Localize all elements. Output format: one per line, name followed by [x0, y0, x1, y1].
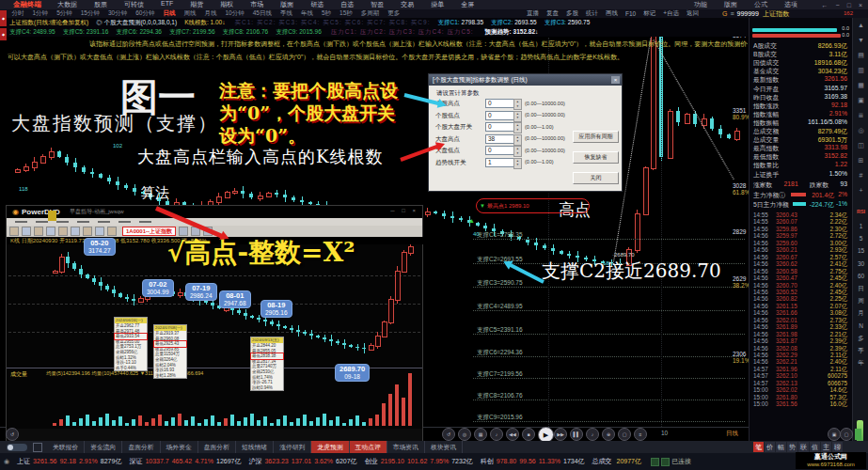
mini-tab-6[interactable]: 主	[821, 442, 831, 452]
strip-icon-0[interactable]: ▲	[853, 22, 868, 28]
toggle-switch[interactable]	[7, 444, 27, 451]
playback-pause-button[interactable]: ▌▌	[570, 428, 583, 441]
menu-item-3[interactable]: ETF	[161, 0, 173, 9]
mini-tab-3[interactable]: 势	[787, 442, 797, 452]
powerdvd-window-controls[interactable]: ─ □ ×	[390, 208, 418, 213]
bottom-tab-6[interactable]: 涨停研判	[274, 441, 311, 453]
strip-icon-2[interactable]: ▤	[853, 52, 868, 59]
quick-8[interactable]: 返回	[687, 9, 699, 18]
layout-icon[interactable]	[33, 443, 42, 452]
menu-item-4[interactable]: 期货	[190, 0, 203, 9]
period-3[interactable]: 15分钟	[81, 9, 100, 18]
indicator-name[interactable]: ◎ 个股大盘预测(0,0,0,38,0,1)	[96, 19, 177, 27]
toolbar-icon[interactable]	[71, 227, 80, 236]
stock-code-box[interactable]: G ≡ 999999 上证指数	[722, 9, 789, 18]
mini-tab-7[interactable]: 聊	[832, 442, 843, 452]
strip-period-10[interactable]: 季	[853, 347, 868, 355]
quick-7[interactable]: +自选	[663, 9, 679, 18]
playback-volume-button[interactable]: ♪	[586, 428, 599, 441]
menu-right-3[interactable]: 选项	[784, 0, 797, 9]
strip-period-1[interactable]: 5	[853, 235, 868, 242]
menu-right-0[interactable]: 功能	[694, 0, 707, 9]
playback-stop-button[interactable]: ■	[522, 428, 535, 441]
field-input-3[interactable]: 38	[485, 134, 515, 144]
quick-4[interactable]: 画线	[606, 9, 618, 18]
quick-3[interactable]: 统计	[586, 9, 598, 18]
bottom-tab-9[interactable]: 市场资讯	[387, 441, 425, 453]
period-7[interactable]: 周线	[183, 9, 196, 18]
bottom-tab-4[interactable]: 盘面分析	[198, 441, 236, 453]
bottom-tab-1[interactable]: 资金流向	[85, 441, 122, 453]
bottom-tab-7[interactable]: 龙虎预测	[311, 441, 349, 453]
spinner-1[interactable]: ▴ ▾	[513, 111, 522, 122]
strip-period-7[interactable]: 月	[853, 309, 868, 318]
period-10[interactable]: 45日线	[253, 9, 272, 18]
playback-menu-button[interactable]: ≡	[634, 428, 647, 441]
bottom-tab-2[interactable]: 盘面分析	[122, 441, 160, 453]
playback-previous-button[interactable]: ◀◀	[506, 428, 519, 441]
strip-period-4[interactable]: 60	[853, 273, 868, 279]
mini-tab-1[interactable]: 价	[765, 442, 775, 452]
spinner-3[interactable]: ▴ ▾	[513, 134, 522, 146]
menu-item-8[interactable]: 研选	[310, 0, 324, 9]
toolbar-icon[interactable]	[46, 227, 55, 236]
quick-5[interactable]: F10	[625, 10, 636, 17]
strip-period-9[interactable]: 多	[853, 335, 868, 343]
dialog-titlebar[interactable]: [个股大盘预测]指标参数调整 (日线)	[429, 74, 622, 86]
menu-item-12[interactable]: 掛单	[431, 0, 444, 9]
playback-fullscreen-button[interactable]: ▢	[618, 428, 631, 441]
playback-pip-button[interactable]: ▣	[828, 428, 841, 441]
strip-icon-5[interactable]: ▣	[853, 97, 868, 104]
strip-icon-4[interactable]: ▦	[853, 82, 868, 89]
strip-period-3[interactable]: 30	[853, 260, 868, 267]
field-input-2[interactable]: 0	[485, 122, 515, 132]
window-control-0[interactable]: ←	[822, 2, 829, 8]
bottom-tab-0[interactable]: 关联报价	[47, 441, 85, 453]
period-5[interactable]: 60分钟	[135, 9, 154, 18]
bottom-tab-10[interactable]: 板块资讯	[425, 441, 463, 453]
strip-icon-6[interactable]: ≣	[853, 112, 868, 119]
strip-icon-3[interactable]: ▥	[853, 67, 868, 74]
window-control-1[interactable]: −	[836, 2, 840, 8]
strip-period-0[interactable]: 1	[853, 223, 868, 229]
menu-item-1[interactable]: 股票	[94, 0, 107, 9]
strip-period-11[interactable]: 年	[853, 359, 868, 368]
spinner-2[interactable]: ▴ ▾	[513, 122, 522, 133]
period-14[interactable]: 15秒	[339, 9, 353, 18]
playback-loop-button[interactable]: ↺	[442, 428, 455, 441]
field-input-4[interactable]: 0	[485, 146, 515, 155]
mini-tab-5[interactable]: 值	[810, 442, 820, 452]
playback-next-button[interactable]: ▶▶	[554, 428, 567, 441]
toolbar-icon[interactable]	[9, 227, 19, 236]
side-tab[interactable]: ◆	[0, 28, 7, 40]
playback-capture-button[interactable]: ◎	[458, 428, 471, 441]
quick-1[interactable]: 复盘	[546, 9, 559, 18]
side-tab[interactable]: ◆	[0, 10, 7, 26]
quick-2[interactable]: 多股	[566, 9, 578, 18]
apply-all-periods-button[interactable]: 应用所有周期	[573, 131, 619, 143]
menu-item-10[interactable]: 智盈	[371, 0, 384, 9]
menu-item-2[interactable]: 可转债	[124, 0, 144, 9]
strip-period-8[interactable]: N	[853, 322, 868, 329]
period-16[interactable]: 更多	[387, 9, 400, 18]
mini-tab-2[interactable]: 幅	[776, 442, 786, 452]
playback-expand-button[interactable]: ▢	[840, 428, 853, 441]
menu-item-9[interactable]: 自选	[340, 0, 354, 9]
period-9[interactable]: 10分钟	[225, 9, 244, 18]
menu-right-2[interactable]: 公式	[754, 0, 767, 9]
toolbar-icon[interactable]	[34, 227, 43, 236]
app-logo[interactable]: 金融终端	[13, 0, 41, 9]
menu-right-1[interactable]: 版面	[724, 0, 737, 9]
toolbar-icon[interactable]	[107, 227, 117, 236]
menu-item-0[interactable]: 大数据	[57, 0, 77, 9]
toolbar-icon[interactable]	[83, 227, 92, 236]
quick-0[interactable]: 直播	[527, 9, 539, 18]
window-control-3[interactable]: ×	[859, 2, 862, 8]
close-button[interactable]: 关闭	[573, 172, 619, 184]
menu-item-5[interactable]: 期权	[220, 0, 233, 9]
playback-zoom-in-button[interactable]: ⊕	[602, 428, 615, 441]
period-12[interactable]: 年线	[301, 9, 313, 18]
playback-panel-button[interactable]: ▦	[474, 428, 487, 441]
period-1[interactable]: 1分钟	[33, 9, 49, 18]
period-2[interactable]: 5分钟	[56, 9, 72, 18]
